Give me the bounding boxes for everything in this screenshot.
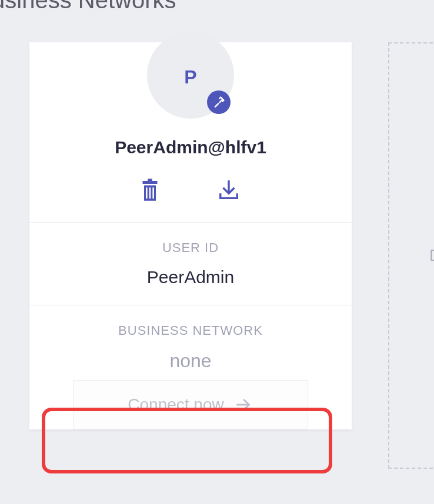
card-title: PeerAdmin@hlfv1 <box>115 137 266 157</box>
arrow-right-icon <box>233 397 253 413</box>
user-id-section: USER ID PeerAdmin <box>29 223 352 305</box>
connect-button[interactable]: Connect now <box>73 380 308 429</box>
card-actions <box>141 179 240 201</box>
delete-button[interactable] <box>141 179 159 201</box>
avatar-wrap: P <box>147 42 234 119</box>
hammer-icon <box>213 96 225 108</box>
page-title: My Business Networks <box>0 0 176 14</box>
card-header: P PeerAdmin@hlfv1 <box>29 42 352 223</box>
connect-row: Connect now <box>29 374 352 429</box>
svg-rect-0 <box>143 181 158 184</box>
avatar-letter: P <box>184 66 196 88</box>
download-button[interactable] <box>218 179 240 201</box>
network-card: P PeerAdmin@hlfv1 <box>29 42 352 429</box>
placeholder-card[interactable]: D <box>388 42 434 469</box>
placeholder-text: D <box>429 246 434 265</box>
business-network-section: BUSINESS NETWORK none <box>29 305 352 374</box>
edit-button[interactable] <box>207 90 231 114</box>
business-network-label: BUSINESS NETWORK <box>41 323 340 338</box>
business-network-value: none <box>41 350 340 372</box>
svg-rect-1 <box>148 179 152 181</box>
svg-rect-5 <box>152 187 154 199</box>
user-id-value: PeerAdmin <box>41 267 340 287</box>
trash-icon <box>141 179 159 201</box>
svg-rect-3 <box>146 187 148 199</box>
svg-rect-4 <box>149 187 151 199</box>
download-icon <box>218 179 240 201</box>
user-id-label: USER ID <box>41 240 340 256</box>
connect-label: Connect now <box>128 395 223 414</box>
